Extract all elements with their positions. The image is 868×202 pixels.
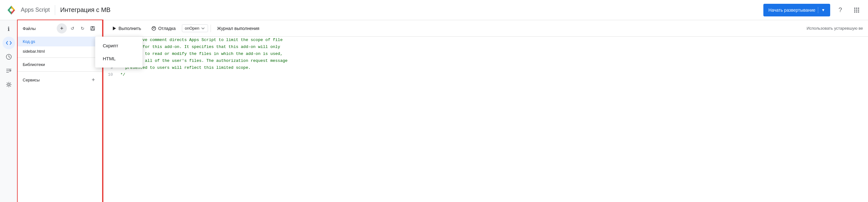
file-item-kod-gs[interactable]: Код.gs [18, 37, 102, 47]
toolbar-sep-1 [211, 25, 211, 32]
info-icon-btn[interactable]: ℹ [2, 23, 15, 35]
debug-label: Отладка [158, 26, 176, 31]
editor-area: Выполнить Отладка onOpen Журнал выполнен… [103, 20, 868, 202]
info-icon: ℹ [7, 26, 10, 32]
code-line-9: 9 * presented to users will reflect this… [103, 64, 868, 71]
libraries-title: Библиотеки [23, 62, 45, 67]
function-selector[interactable]: onOpen [182, 24, 208, 32]
code-line-5: 5 * The above comment directs Apps Scrip… [103, 37, 868, 44]
project-name: Интеграция с МВ [60, 6, 111, 13]
dropdown-item-script[interactable]: Скрипт [95, 39, 143, 52]
function-name: onOpen [185, 26, 199, 31]
services-section-header: Сервисы + [18, 73, 102, 87]
legacy-label: Использовать устаревшую ве [807, 26, 863, 31]
apps-script-logo [5, 4, 18, 17]
svg-point-5 [856, 9, 857, 11]
svg-point-14 [8, 84, 10, 86]
debug-icon [151, 26, 156, 31]
clock-icon-btn[interactable] [2, 51, 15, 63]
settings-icon [6, 81, 12, 88]
code-icon-btn[interactable] [2, 37, 15, 49]
apps-grid-button[interactable] [850, 4, 863, 17]
files-section: Файлы + ↺ ↻ Код.gs [18, 20, 102, 56]
sidebar: Файлы + ↺ ↻ Код.gs [18, 20, 103, 202]
file-name-kod-gs: Код.gs [23, 39, 35, 44]
svg-point-8 [856, 11, 857, 12]
svg-point-6 [858, 9, 859, 11]
svg-rect-16 [92, 27, 94, 28]
line-content-10: */ [118, 71, 868, 78]
svg-point-7 [854, 11, 856, 12]
sidebar-header-actions: + ↺ ↻ [57, 23, 97, 33]
svg-point-0 [10, 8, 13, 12]
dropdown-item-html[interactable]: HTML [95, 52, 143, 65]
app-name: Apps Script [21, 7, 50, 13]
code-line-10: 10 */ [103, 71, 868, 78]
deploy-btn-arrow-icon: ▼ [818, 7, 825, 13]
header-divider [55, 5, 55, 15]
logo-area: Apps Script [5, 4, 50, 17]
line-content-9: * presented to users will reflect this l… [118, 64, 868, 71]
code-line-6: 6 * access for this add-on. It specifies… [103, 44, 868, 51]
save-button[interactable] [88, 24, 97, 33]
question-icon: ? [838, 6, 842, 13]
redo-button[interactable]: ↻ [78, 24, 87, 33]
file-name-sidebar-html: sidebar.html [23, 49, 45, 54]
run-label: Выполнить [119, 26, 141, 31]
svg-marker-18 [113, 27, 116, 30]
deploy-btn-label: Начать развертывание [768, 7, 815, 12]
svg-rect-17 [91, 29, 94, 30]
svg-point-4 [854, 9, 856, 11]
dropdown-arrow-icon [201, 26, 205, 31]
run-icon [112, 26, 117, 31]
add-file-button[interactable]: + [57, 23, 67, 33]
svg-point-9 [858, 11, 859, 12]
code-line-8: 8 * and not all of the user's files. The… [103, 57, 868, 64]
run-button[interactable]: Выполнить [108, 24, 145, 33]
line-content-6: * access for this add-on. It specifies t… [118, 44, 868, 51]
debug-button[interactable]: Отладка [148, 24, 179, 33]
code-icon [6, 40, 12, 46]
main-layout: ℹ [0, 20, 868, 202]
app-header: Apps Script Интеграция с МВ Начать разве… [0, 0, 868, 20]
line-content-5: * The above comment directs Apps Script … [118, 37, 868, 44]
settings-icon-btn[interactable] [2, 78, 15, 91]
deploy-button[interactable]: Начать развертывание ▼ [763, 4, 830, 17]
services-title: Сервисы [23, 78, 40, 82]
icon-bar: ℹ [0, 20, 18, 202]
help-button[interactable]: ? [834, 4, 846, 17]
line-num-10: 10 [103, 71, 118, 78]
files-section-header: Файлы + ↺ ↻ [18, 20, 102, 37]
line-content-8: * and not all of the user's files. The a… [118, 57, 868, 64]
file-item-sidebar-html[interactable]: sidebar.html [18, 47, 102, 56]
sidebar-divider-1 [18, 57, 102, 58]
grid-icon [854, 7, 860, 13]
line-content-7: * attempt to read or modify the files in… [118, 51, 868, 57]
svg-point-1 [854, 7, 856, 9]
editor-toolbar: Выполнить Отладка onOpen Журнал выполнен… [103, 20, 868, 37]
add-file-dropdown: Скрипт HTML [95, 37, 143, 67]
log-label: Журнал выполнения [217, 26, 259, 31]
svg-point-3 [858, 7, 859, 9]
libraries-section-header: Библиотеки [18, 59, 102, 70]
save-icon [90, 26, 95, 31]
execution-log-button[interactable]: Журнал выполнения [213, 24, 263, 33]
code-editor[interactable]: 5 * The above comment directs Apps Scrip… [103, 37, 868, 202]
undo-button[interactable]: ↺ [68, 24, 77, 33]
code-line-7: 7 * attempt to read or modify the files … [103, 51, 868, 57]
header-actions: Начать развертывание ▼ ? [763, 4, 863, 17]
svg-point-2 [856, 7, 857, 9]
clock-icon [6, 54, 12, 60]
trigger-icon-btn[interactable] [2, 64, 15, 77]
add-service-button[interactable]: + [90, 76, 97, 84]
trigger-icon [6, 67, 12, 74]
files-title: Файлы [23, 26, 36, 31]
